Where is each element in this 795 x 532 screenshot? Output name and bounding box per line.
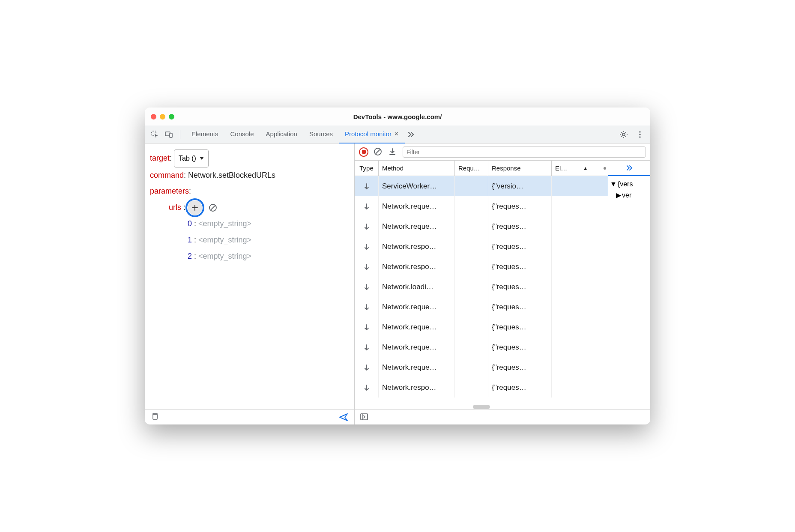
tab-sources[interactable]: Sources (303, 126, 339, 143)
url-index: 2 (188, 252, 192, 260)
response-cell: {"reques… (488, 216, 552, 236)
toggle-sidebar-icon[interactable] (360, 412, 369, 422)
elapsed-cell (552, 317, 608, 337)
clear-urls-button[interactable] (207, 202, 219, 214)
table-body[interactable]: ServiceWorker…{"versio…Network.reque…{"r… (355, 176, 608, 403)
sort-icon: ▲ (583, 165, 588, 171)
method-cell: Network.loadi… (379, 277, 455, 297)
response-cell: {"reques… (488, 357, 552, 377)
devtools-window: DevTools - www.google.com/ Elements Cons… (145, 108, 650, 424)
kebab-menu-icon[interactable] (634, 129, 646, 140)
copy-icon[interactable] (151, 412, 160, 422)
titlebar: DevTools - www.google.com/ (145, 108, 650, 126)
method-cell: Network.reque… (379, 297, 455, 317)
type-cell (355, 277, 379, 297)
horizontal-scrollbar[interactable] (473, 405, 490, 409)
command-editor: target: Tab () command: Network.setBlock… (145, 143, 354, 409)
elapsed-cell (552, 257, 608, 277)
clear-log-button[interactable] (374, 147, 383, 157)
method-cell: Network.respo… (379, 377, 455, 398)
download-button[interactable] (388, 147, 398, 157)
header-request[interactable]: Requ… (455, 161, 488, 176)
request-cell (455, 337, 488, 357)
request-cell (455, 176, 488, 196)
send-command-button[interactable] (339, 412, 348, 422)
urls-label: urls (169, 203, 181, 212)
response-cell: {"reques… (488, 377, 552, 398)
table-row[interactable]: ServiceWorker…{"versio… (355, 176, 608, 196)
response-cell: {"reques… (488, 196, 552, 216)
header-response[interactable]: Response (488, 161, 552, 176)
svg-point-3 (622, 133, 625, 136)
type-cell (355, 337, 379, 357)
table-row[interactable]: Network.respo…{"reques… (355, 377, 608, 398)
command-label: command (150, 171, 184, 179)
tree-row[interactable]: ▶ ver (610, 190, 649, 201)
table-header: Type Method Requ… Response El… ▲ (355, 161, 608, 176)
tab-label: Application (266, 130, 297, 137)
table-row[interactable]: Network.reque…{"reques… (355, 337, 608, 357)
svg-rect-10 (361, 414, 368, 420)
target-value: Tab () (179, 151, 196, 166)
filter-input[interactable] (403, 146, 646, 158)
header-elapsed-label: El… (555, 164, 567, 172)
command-editor-pane: target: Tab () command: Network.setBlock… (145, 143, 355, 409)
target-select[interactable]: Tab () (174, 149, 209, 167)
table-row[interactable]: Network.reque…{"reques… (355, 357, 608, 377)
tab-application[interactable]: Application (260, 126, 303, 143)
type-cell (355, 216, 379, 236)
tab-label: Elements (191, 130, 218, 137)
inspect-icon[interactable] (149, 129, 161, 140)
response-cell: {"reques… (488, 297, 552, 317)
header-type[interactable]: Type (355, 161, 379, 176)
more-tabs-icon[interactable] (405, 129, 417, 140)
url-index: 1 (188, 236, 192, 244)
response-cell: {"reques… (488, 236, 552, 257)
type-cell (355, 176, 379, 196)
request-cell (455, 196, 488, 216)
settings-icon[interactable] (618, 129, 630, 140)
request-cell (455, 357, 488, 377)
url-value[interactable]: <empty_string> (198, 252, 251, 260)
url-value[interactable]: <empty_string> (198, 236, 251, 244)
table-row[interactable]: Network.reque…{"reques… (355, 297, 608, 317)
svg-rect-2 (170, 133, 172, 137)
method-cell: Network.reque… (379, 216, 455, 236)
response-cell: {"versio… (488, 176, 552, 196)
table-row[interactable]: Network.reque…{"reques… (355, 196, 608, 216)
protocol-log-pane: Type Method Requ… Response El… ▲ Service… (355, 143, 650, 409)
expand-down-icon[interactable]: ▼ (610, 179, 617, 190)
device-toggle-icon[interactable] (163, 129, 175, 140)
svg-point-4 (639, 131, 640, 132)
tree-row[interactable]: ▼ {vers (610, 179, 649, 190)
bottom-bar (145, 409, 650, 424)
toolbar-separator (180, 130, 180, 139)
table-row[interactable]: Network.reque…{"reques… (355, 216, 608, 236)
type-cell (355, 236, 379, 257)
table-row[interactable]: Network.respo…{"reques… (355, 257, 608, 277)
header-method[interactable]: Method (379, 161, 455, 176)
table-row[interactable]: Network.reque…{"reques… (355, 317, 608, 337)
url-index: 0 (188, 219, 192, 228)
command-value: Network.setBlockedURLs (188, 171, 275, 179)
url-value[interactable]: <empty_string> (198, 219, 251, 228)
tab-protocol-monitor[interactable]: Protocol monitor ✕ (339, 126, 405, 143)
record-button[interactable] (359, 147, 368, 157)
header-elapsed[interactable]: El… ▲ (552, 161, 608, 176)
log-table-wrap: Type Method Requ… Response El… ▲ Service… (355, 161, 650, 409)
elapsed-cell (552, 277, 608, 297)
table-row[interactable]: Network.respo…{"reques… (355, 236, 608, 257)
close-icon[interactable]: ✕ (394, 131, 399, 137)
detail-tab-more[interactable] (608, 161, 650, 176)
overflow-dot-icon (604, 167, 606, 170)
content-area: target: Tab () command: Network.setBlock… (145, 143, 650, 409)
expand-right-icon[interactable]: ▶ (616, 190, 621, 201)
table-row[interactable]: Network.loadi…{"reques… (355, 277, 608, 297)
type-cell (355, 317, 379, 337)
add-url-button[interactable] (188, 200, 202, 215)
response-cell: {"reques… (488, 337, 552, 357)
svg-point-5 (639, 134, 640, 135)
tab-elements[interactable]: Elements (185, 126, 224, 143)
tab-console[interactable]: Console (224, 126, 260, 143)
response-cell: {"reques… (488, 257, 552, 277)
